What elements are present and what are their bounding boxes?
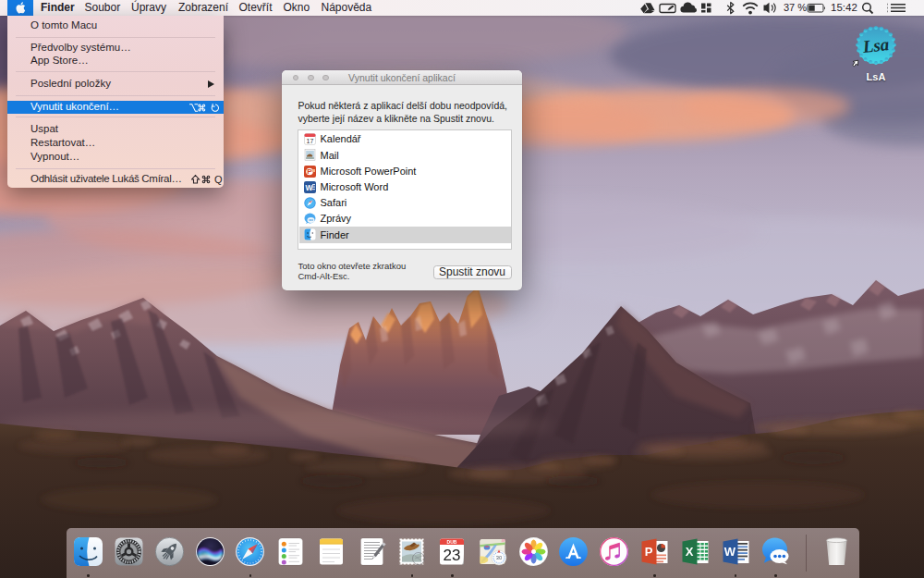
svg-text:DUB: DUB (447, 539, 457, 545)
svg-text:P: P (645, 545, 653, 559)
svg-text:23: 23 (444, 547, 461, 564)
svg-text:X: X (685, 545, 693, 559)
svg-text:Q: Q (214, 174, 223, 185)
svg-text:P: P (307, 167, 312, 176)
svg-text:Lsa: Lsa (861, 34, 891, 56)
svg-text:17: 17 (306, 138, 313, 144)
svg-text:W: W (723, 545, 736, 559)
svg-text:30: 30 (496, 555, 502, 560)
